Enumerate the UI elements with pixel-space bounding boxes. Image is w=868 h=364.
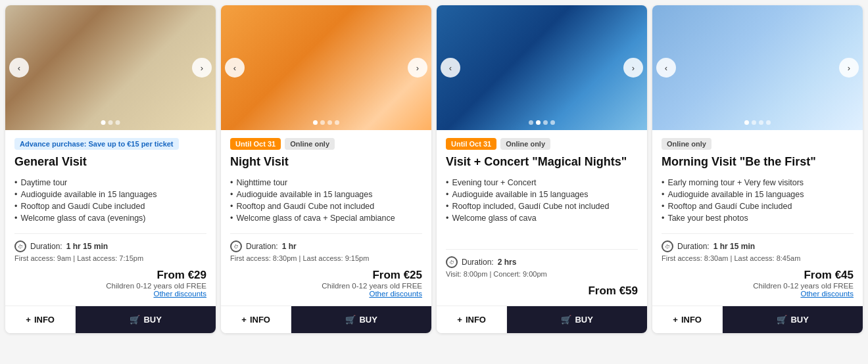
info-label: INFO: [681, 315, 702, 325]
plus-icon: +: [26, 315, 31, 325]
feature-item: Audioguide available in 15 languages: [14, 189, 206, 200]
feature-item: Daytime tour: [14, 177, 206, 189]
cart-icon: 🛒: [777, 315, 787, 325]
feature-item: Welcome glass of cava + Special ambiance: [230, 212, 422, 224]
buy-button[interactable]: 🛒 BUY: [507, 306, 647, 333]
dot-2[interactable]: [543, 120, 548, 125]
cards-container: ‹ › Advance purchase: Save up to €15 per…: [5, 5, 863, 333]
dot-0[interactable]: [744, 120, 749, 125]
dot-0[interactable]: [101, 120, 106, 125]
image-dots: [101, 120, 120, 125]
dot-2[interactable]: [116, 120, 120, 125]
feature-item: Welcome glass of cava (evenings): [14, 212, 206, 224]
dot-3[interactable]: [550, 120, 555, 125]
duration-label: Duration:: [30, 242, 62, 251]
dot-1[interactable]: [752, 120, 756, 125]
feature-item: Audioguide available in 15 languages: [662, 189, 854, 200]
feature-item: Rooftop included, Gaudí Cube not include…: [446, 200, 638, 212]
image-dots: [744, 120, 771, 125]
info-button[interactable]: + INFO: [221, 306, 291, 333]
card-image-wrapper: ‹ ›: [221, 5, 431, 130]
card-image: [221, 5, 431, 130]
feature-item: Take your best photos: [662, 212, 854, 224]
dot-1[interactable]: [108, 120, 113, 125]
badges: Advance purchase: Save up to €15 per tic…: [14, 138, 206, 150]
card-actions: + INFO 🛒 BUY: [5, 306, 216, 333]
duration-value: 1 hr 15 min: [66, 242, 108, 251]
feature-item: Nighttime tour: [230, 177, 422, 189]
card-body: Until Oct 31Online only Visit + Concert …: [437, 130, 647, 306]
dot-0[interactable]: [313, 120, 318, 125]
dot-3[interactable]: [335, 120, 339, 125]
prev-arrow[interactable]: ‹: [9, 58, 29, 78]
next-arrow[interactable]: ›: [623, 58, 643, 78]
info-label: INFO: [34, 315, 55, 325]
badge-blue: Advance purchase: Save up to €15 per tic…: [14, 138, 179, 150]
prev-arrow[interactable]: ‹: [225, 58, 245, 78]
duration-label: Duration:: [246, 242, 278, 251]
card-title: Night Visit: [230, 155, 422, 169]
other-discounts-link[interactable]: Other discounts: [662, 290, 854, 298]
next-arrow[interactable]: ›: [408, 58, 427, 78]
plus-icon: +: [673, 315, 678, 325]
other-discounts-link[interactable]: Other discounts: [230, 290, 422, 298]
card-morning: ‹ › Online only Morning Visit "Be the Fi…: [652, 5, 863, 333]
features-list: Early morning tour + Very few visitorsAu…: [662, 177, 854, 224]
children-free: Children 0-12 years old FREE: [14, 282, 206, 290]
card-body: Advance purchase: Save up to €15 per tic…: [5, 130, 216, 306]
features-list: Daytime tourAudioguide available in 15 l…: [14, 177, 206, 224]
badge-gray: Online only: [662, 138, 711, 150]
info-button[interactable]: + INFO: [652, 306, 723, 333]
card-title: Visit + Concert "Magical Nights": [446, 155, 638, 169]
next-arrow[interactable]: ›: [839, 58, 859, 78]
info-label: INFO: [250, 315, 270, 325]
badge-gray: Online only: [285, 138, 335, 150]
badges: Until Oct 31Online only: [230, 138, 422, 150]
feature-item: Rooftop and Gaudí Cube included: [14, 200, 206, 212]
info-button[interactable]: + INFO: [5, 306, 76, 333]
card-image: [5, 5, 216, 130]
image-dots: [529, 120, 555, 125]
other-discounts-link[interactable]: Other discounts: [14, 290, 206, 298]
duration-label: Duration:: [462, 258, 494, 267]
dot-0[interactable]: [529, 120, 533, 125]
cart-icon: 🛒: [561, 315, 571, 325]
features-list: Nighttime tourAudioguide available in 15…: [230, 177, 422, 224]
from-price: From €29: [14, 269, 206, 282]
duration-icon: ⏱: [230, 240, 242, 252]
feature-item: Welcome glass of cava: [446, 212, 638, 224]
card-image-wrapper: ‹ ›: [5, 5, 216, 130]
card-title: General Visit: [14, 155, 206, 169]
dot-2[interactable]: [327, 120, 332, 125]
dot-1[interactable]: [320, 120, 325, 125]
card-image: [437, 5, 647, 130]
buy-button[interactable]: 🛒 BUY: [76, 306, 216, 333]
from-price: From €45: [662, 269, 854, 282]
from-price: From €25: [230, 269, 422, 282]
badges: Until Oct 31Online only: [446, 138, 638, 150]
next-arrow[interactable]: ›: [192, 58, 212, 78]
buy-label: BUY: [359, 315, 377, 325]
buy-label: BUY: [575, 315, 592, 325]
duration-value: 2 hrs: [498, 258, 517, 267]
badge-orange: Until Oct 31: [446, 138, 496, 150]
dot-2[interactable]: [759, 120, 763, 125]
duration-row: ⏱ Duration: 1 hr 15 min: [662, 233, 854, 252]
card-body: Until Oct 31Online only Night Visit Nigh…: [221, 130, 431, 306]
buy-button[interactable]: 🛒 BUY: [723, 306, 863, 333]
info-label: INFO: [466, 315, 486, 325]
card-image-wrapper: ‹ ›: [652, 5, 863, 130]
dot-1[interactable]: [536, 120, 541, 125]
card-night: ‹ › Until Oct 31Online only Night Visit …: [221, 5, 431, 333]
buy-button[interactable]: 🛒 BUY: [291, 306, 431, 333]
dot-3[interactable]: [766, 120, 771, 125]
feature-item: Audioguide available in 15 languages: [446, 189, 638, 200]
prev-arrow[interactable]: ‹: [441, 58, 460, 78]
children-free: Children 0-12 years old FREE: [662, 282, 854, 290]
pricing-section: From €25 Children 0-12 years old FREE Ot…: [230, 269, 422, 298]
prev-arrow[interactable]: ‹: [656, 58, 676, 78]
children-free: Children 0-12 years old FREE: [230, 282, 422, 290]
info-button[interactable]: + INFO: [437, 306, 507, 333]
feature-item: Rooftop and Gaudí Cube not included: [230, 200, 422, 212]
features-list: Evening tour + ConcertAudioguide availab…: [446, 177, 638, 240]
